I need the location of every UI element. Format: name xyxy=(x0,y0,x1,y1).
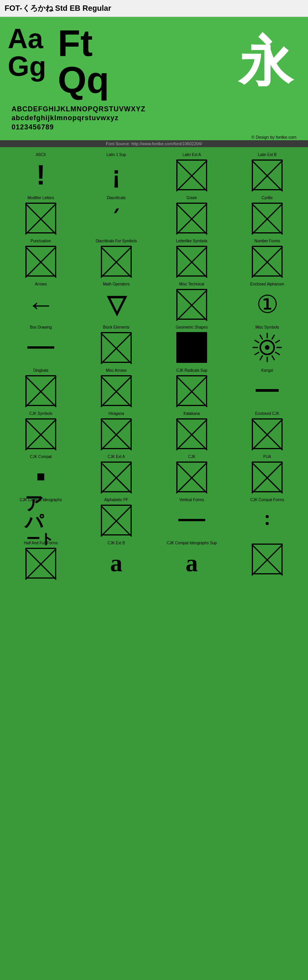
katakana-chars: アパ ート xyxy=(25,494,57,546)
cell-content-27 xyxy=(251,417,284,450)
grid-cell-38: CJK Compat Ideographs Supa xyxy=(155,539,229,581)
cell-label-16: Box Drawing xyxy=(30,325,52,329)
cell-label-22: CJK Radicals Sup xyxy=(176,368,208,373)
cell-content-39 xyxy=(251,542,284,575)
x-box-placeholder xyxy=(25,375,56,406)
uppercase-row: ABCDEFGHIJKLMNOPQRSTUVWXYZ xyxy=(12,105,296,114)
cell-label-5: Diacriticals xyxy=(107,196,126,200)
svg-line-17 xyxy=(275,340,280,343)
cell-content-19 xyxy=(251,331,284,364)
grid-cell-16: Box Drawing xyxy=(4,324,78,365)
x-box-placeholder xyxy=(252,246,283,277)
cell-content-36 xyxy=(25,547,57,579)
cell-label-31: PUA xyxy=(263,455,271,459)
grid-cell-0: ASCII! xyxy=(4,151,78,193)
cell-label-1: Latin 1 Sup xyxy=(107,153,126,157)
cell-content-29 xyxy=(100,460,133,493)
cell-content-21 xyxy=(100,374,133,407)
cell-content-28 xyxy=(25,460,57,493)
grid-cell-33: Alphabetic PF xyxy=(79,496,153,538)
preview-glyphs: Aa Gg Ft Qq 永 xyxy=(8,21,300,102)
cell-label-18: Geometric Shapes xyxy=(176,325,208,329)
grid-cell-17: Block Elements xyxy=(79,324,153,365)
cell-content-35 xyxy=(251,503,284,536)
preview-area: Aa Gg Ft Qq 永 ABCDEFGHIJKLMNOPQRSTUVWXYZ… xyxy=(0,17,308,140)
x-box-placeholder xyxy=(176,289,207,320)
apostrophe-char: ˋ xyxy=(110,208,122,228)
lowercase-row: abcdefghijklmnopqrstuvwxyz xyxy=(12,114,296,123)
digits-row: 0123456789 xyxy=(12,123,296,132)
exclaim-char: ! xyxy=(36,161,45,189)
cell-content-3 xyxy=(251,158,284,191)
grid-cell-27: Enclosed CJK xyxy=(230,410,304,451)
cell-label-28: CJK Compat xyxy=(30,455,52,459)
cell-content-20 xyxy=(25,374,57,407)
grid-cell-31: PUA xyxy=(230,453,304,495)
cjk-glyph: 永 xyxy=(113,25,300,86)
cell-content-9 xyxy=(100,245,133,277)
cell-content-31 xyxy=(251,460,284,493)
cell-label-9: Diacriticals For Symbols xyxy=(95,239,137,243)
x-box-placeholder xyxy=(176,418,207,449)
dash-shape xyxy=(256,389,279,392)
x-box-placeholder xyxy=(176,375,207,406)
x-box-placeholder xyxy=(252,203,283,233)
cell-content-23 xyxy=(251,374,284,407)
cell-content-22 xyxy=(176,374,208,407)
x-box-placeholder xyxy=(101,505,132,535)
cell-label-0: ASCII xyxy=(36,153,46,157)
header: FOT-くろかね Std EB Regular xyxy=(0,0,308,17)
dots-shape xyxy=(266,515,269,525)
cell-label-7: Cyrillic xyxy=(261,196,273,200)
cell-content-24 xyxy=(25,417,57,450)
grid-cell-25: Hiragana xyxy=(79,410,153,451)
cell-label-33: Alphabetic PF xyxy=(104,498,128,502)
x-box-placeholder xyxy=(252,159,283,190)
x-box-placeholder xyxy=(101,461,132,492)
x-box-placeholder xyxy=(252,418,283,449)
x-box-placeholder xyxy=(176,203,207,233)
svg-line-13 xyxy=(254,340,259,343)
grid-cell-15: Enclosed Alphanum① xyxy=(230,280,304,322)
cell-content-1: ¡ xyxy=(100,158,133,191)
grid-cell-24: CJK Symbols xyxy=(4,410,78,451)
cell-content-15: ① xyxy=(251,288,284,321)
cell-content-13: ▽ xyxy=(100,288,133,321)
cell-content-11 xyxy=(251,245,284,277)
circled-1-char: ① xyxy=(256,292,278,317)
cell-label-21: Misc Arrows xyxy=(106,368,127,373)
grid-cell-2: Latin Ext A xyxy=(155,151,229,193)
grid-cell-19: Misc Symbols xyxy=(230,324,304,365)
unicode-grid: ASCII!Latin 1 Sup¡Latin Ext ALatin Ext B… xyxy=(4,151,304,581)
svg-point-5 xyxy=(265,345,270,350)
font-source-bar: Font Source: http://www.fontke.com/font/… xyxy=(0,140,308,147)
grid-cell-23: Kangxi xyxy=(230,367,304,408)
cell-content-38: a xyxy=(176,547,208,579)
cell-label-15: Enclosed Alphanum xyxy=(250,282,284,286)
cell-content-4 xyxy=(25,201,57,234)
cell-label-10: Letterlike Symbols xyxy=(176,239,208,243)
kanji-a-char: a xyxy=(110,549,122,577)
cell-label-27: Enclosed CJK xyxy=(255,411,280,416)
x-box-placeholder xyxy=(252,544,283,574)
grid-cell-1: Latin 1 Sup¡ xyxy=(79,151,153,193)
svg-text:永: 永 xyxy=(238,32,295,86)
x-box-placeholder xyxy=(252,461,283,492)
cell-label-4: Modifier Letters xyxy=(28,196,54,200)
cell-label-11: Number Forms xyxy=(254,239,280,243)
x-box-placeholder xyxy=(101,418,132,449)
grid-cell-21: Misc Arrows xyxy=(79,367,153,408)
cell-content-12: ← xyxy=(25,288,57,321)
x-box-placeholder xyxy=(25,418,56,449)
cell-label-30: CJK xyxy=(188,455,196,459)
cell-content-14 xyxy=(176,288,208,321)
sun-icon xyxy=(252,332,283,363)
cell-content-8 xyxy=(25,245,57,277)
cell-label-20: Dingbats xyxy=(33,368,48,373)
grid-cell-29: CJK Ext A xyxy=(79,453,153,495)
cell-content-37: a xyxy=(100,547,133,579)
svg-line-16 xyxy=(272,335,275,339)
block-shape xyxy=(176,332,207,363)
cell-content-17 xyxy=(100,331,133,364)
cell-label-19: Misc Symbols xyxy=(255,325,279,329)
